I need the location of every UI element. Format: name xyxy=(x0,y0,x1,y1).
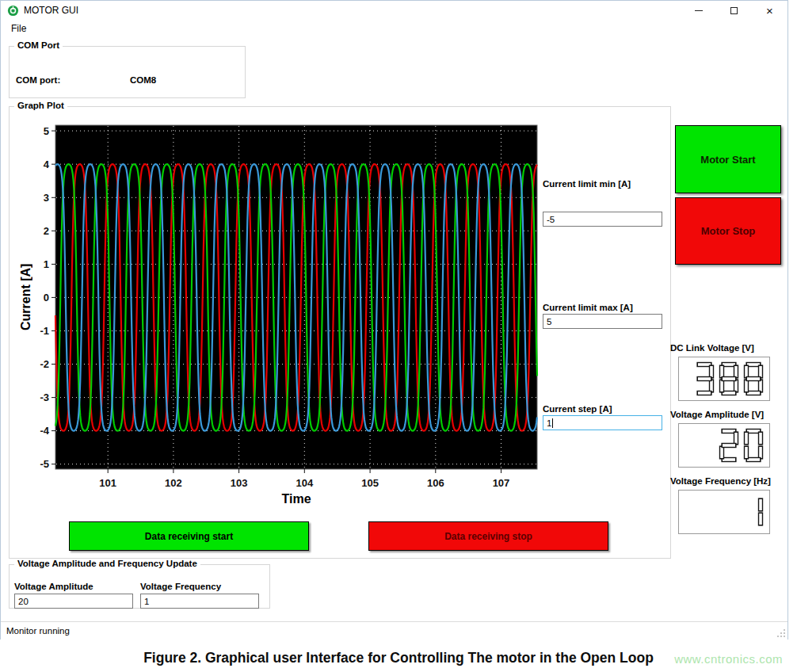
current-step-label: Current step [A] xyxy=(543,404,612,414)
com-port-label: COM port: xyxy=(16,75,60,85)
com-port-group: COM Port COM port: COM8 xyxy=(9,46,246,98)
app-window: MOTOR GUI × File COM Port COM port: COM8… xyxy=(0,0,788,640)
voltage-frequency-display xyxy=(678,490,770,534)
dc-link-voltage-label: DC Link Voltage [V] xyxy=(670,343,754,353)
current-limit-min-input[interactable]: -5 xyxy=(543,212,662,227)
current-limit-min-value: -5 xyxy=(547,215,555,224)
graph-plot-group: Graph Plot Current [A] 543210-1-2-3-4-51… xyxy=(9,106,671,559)
text-cursor xyxy=(552,418,553,428)
svg-text:5: 5 xyxy=(44,125,49,137)
motor-stop-button[interactable]: Motor Stop xyxy=(675,197,781,265)
motor-start-button[interactable]: Motor Start xyxy=(675,125,781,193)
watermark: www.cntronics.com xyxy=(674,652,783,666)
window-title: MOTOR GUI xyxy=(24,5,78,16)
voltage-amplitude-digits xyxy=(679,424,769,467)
svg-text:4: 4 xyxy=(44,158,50,170)
current-step-input[interactable]: 1 xyxy=(543,415,662,430)
current-limit-min-label: Current limit min [A] xyxy=(543,179,631,189)
voltage-frequency-display-label: Voltage Frequency [Hz] xyxy=(670,476,771,486)
current-plot: 543210-1-2-3-4-5101102103104105106107 xyxy=(25,122,564,498)
svg-text:101: 101 xyxy=(99,477,116,489)
svg-text:-2: -2 xyxy=(40,358,49,370)
svg-text:3: 3 xyxy=(44,192,49,204)
voltage-frequency-input-label: Voltage Frequency xyxy=(140,582,221,591)
data-receiving-stop-button[interactable]: Data receiving stop xyxy=(368,521,608,551)
current-step-value: 1 xyxy=(547,418,551,428)
dc-link-voltage-digits xyxy=(679,357,769,400)
voltage-amplitude-input[interactable]: 20 xyxy=(14,594,133,609)
com-port-value: COM8 xyxy=(130,75,156,85)
svg-text:105: 105 xyxy=(361,477,379,489)
dc-link-voltage-display xyxy=(678,357,770,401)
voltage-update-group: Voltage Amplitude and Frequency Update V… xyxy=(9,564,270,609)
voltage-frequency-digits xyxy=(679,491,769,533)
svg-text:-4: -4 xyxy=(40,425,49,437)
maximize-icon xyxy=(730,7,738,14)
svg-text:107: 107 xyxy=(493,477,510,489)
status-text: Monitor running xyxy=(6,626,70,636)
minimize-button[interactable] xyxy=(681,1,716,20)
current-limit-max-value: 5 xyxy=(547,317,551,326)
minimize-icon xyxy=(695,10,703,11)
voltage-amplitude-display xyxy=(678,423,770,468)
maximize-button[interactable] xyxy=(716,1,752,20)
window-controls: × xyxy=(681,1,787,20)
close-button[interactable]: × xyxy=(752,1,787,20)
svg-text:106: 106 xyxy=(427,477,444,489)
svg-text:103: 103 xyxy=(231,477,248,489)
app-icon xyxy=(7,5,19,17)
current-limit-max-label: Current limit max [A] xyxy=(543,303,633,312)
graph-plot-group-label: Graph Plot xyxy=(14,101,67,110)
voltage-frequency-input[interactable]: 1 xyxy=(140,594,259,609)
svg-text:1: 1 xyxy=(44,258,49,270)
current-limit-max-input[interactable]: 5 xyxy=(543,314,662,329)
voltage-update-group-label: Voltage Amplitude and Frequency Update xyxy=(14,559,200,568)
title-bar: MOTOR GUI × xyxy=(1,1,787,20)
menu-bar: File xyxy=(1,20,787,36)
voltage-amplitude-value: 20 xyxy=(18,597,29,606)
voltage-amplitude-display-label: Voltage Amplitude [V] xyxy=(670,410,764,419)
voltage-frequency-value: 1 xyxy=(144,597,149,606)
voltage-amplitude-input-label: Voltage Amplitude xyxy=(14,582,93,591)
data-receiving-start-button[interactable]: Data receiving start xyxy=(69,521,309,551)
x-axis-label: Time xyxy=(55,492,537,506)
status-bar: Monitor running xyxy=(1,621,787,640)
svg-text:0: 0 xyxy=(44,292,49,304)
svg-text:2: 2 xyxy=(44,225,49,237)
svg-text:104: 104 xyxy=(296,477,313,489)
menu-item-file[interactable]: File xyxy=(8,21,29,36)
svg-text:102: 102 xyxy=(165,477,182,489)
svg-text:-1: -1 xyxy=(40,325,49,337)
svg-text:-3: -3 xyxy=(40,391,49,403)
resize-grip[interactable] xyxy=(776,628,786,638)
figure-caption-row: Figure 2. Graphical user Interface for C… xyxy=(0,643,797,672)
svg-text:-5: -5 xyxy=(40,458,49,470)
close-icon: × xyxy=(766,5,773,17)
com-port-group-label: COM Port xyxy=(14,40,63,50)
